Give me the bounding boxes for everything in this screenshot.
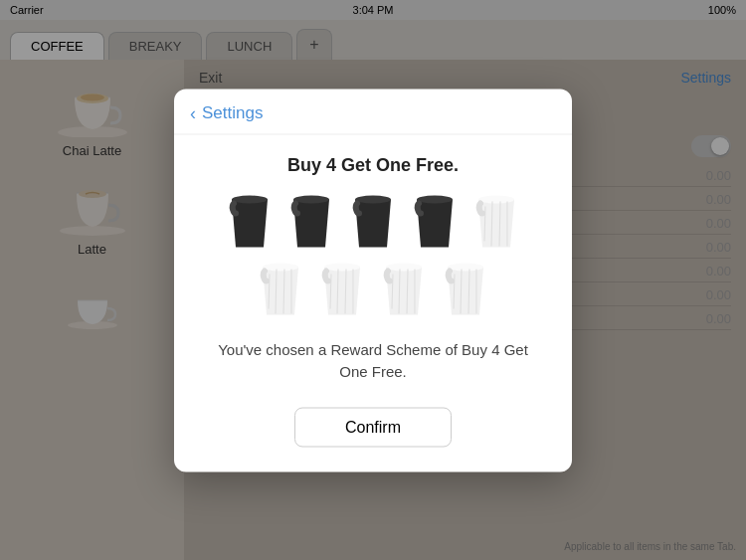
confirm-button[interactable]: Confirm (294, 407, 452, 447)
black-cup-4 (409, 191, 461, 251)
white-cup-2 (255, 259, 306, 318)
svg-point-6 (232, 195, 268, 203)
cups-display (174, 191, 572, 318)
svg-point-20 (324, 263, 360, 271)
white-cup-5 (440, 259, 491, 318)
white-cup-4 (378, 259, 430, 318)
svg-point-10 (478, 195, 514, 203)
svg-point-7 (293, 195, 329, 203)
white-cup-1 (470, 191, 522, 251)
confirm-button-wrap: Confirm (174, 407, 572, 447)
modal-header-title[interactable]: Settings (202, 103, 263, 123)
svg-point-15 (263, 263, 298, 271)
black-cup-1 (224, 191, 276, 251)
back-icon[interactable]: ‹ (190, 102, 196, 123)
svg-point-8 (355, 195, 391, 203)
cups-row-2 (255, 259, 491, 318)
black-cup-3 (347, 191, 399, 251)
svg-point-9 (417, 195, 453, 203)
reward-modal: ‹ Settings Buy 4 Get One Free. (174, 89, 572, 471)
white-cup-3 (316, 259, 368, 318)
svg-point-30 (448, 263, 483, 271)
modal-title: Buy 4 Get One Free. (174, 154, 572, 175)
reward-description: You've chosen a Reward Scheme of Buy 4 G… (174, 338, 572, 383)
black-cup-2 (285, 191, 337, 251)
modal-header: ‹ Settings (174, 89, 572, 134)
cups-row-1 (224, 191, 522, 251)
svg-point-25 (386, 263, 422, 271)
